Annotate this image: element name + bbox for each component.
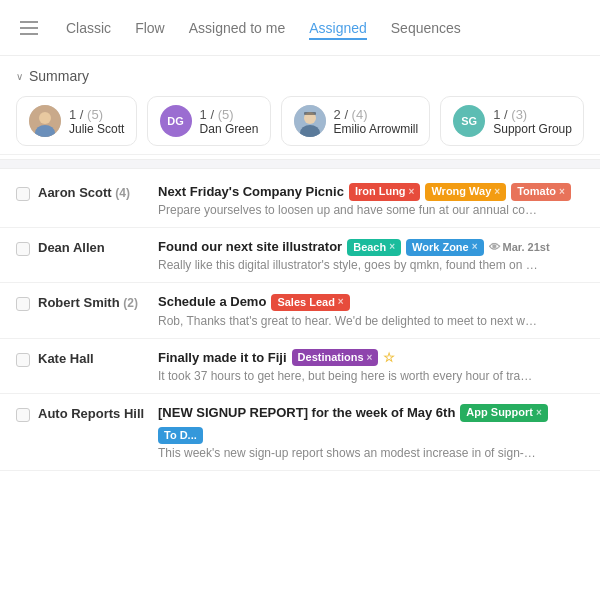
sender-name-kate: Kate Hall	[38, 351, 94, 366]
tag-iron-lung[interactable]: Iron Lung ×	[349, 183, 421, 200]
card-info-julie: 1 / (5) Julie Scott	[69, 107, 124, 136]
row-left-kate: Kate Hall	[16, 349, 146, 367]
sender-name-auto: Auto Reports Hill	[38, 406, 144, 421]
email-subject-robert: Schedule a Demo Sales Lead ×	[158, 293, 584, 311]
section-divider	[0, 159, 600, 169]
avatar-dan: DG	[160, 105, 192, 137]
summary-card-julie[interactable]: 1 / (5) Julie Scott	[16, 96, 137, 146]
chevron-down-icon: ∨	[16, 71, 23, 82]
email-row-dean[interactable]: Dean Allen Found our next site illustrat…	[0, 228, 600, 283]
avatar-julie	[29, 105, 61, 137]
card-info-support: 1 / (3) Support Group	[493, 107, 572, 136]
hamburger-icon[interactable]	[16, 17, 42, 39]
summary-section: ∨ Summary 1 / (5) Julie Scott DG	[0, 56, 600, 155]
summary-card-dan[interactable]: DG 1 / (5) Dan Green	[147, 96, 271, 146]
tag-app-support[interactable]: App Support ×	[460, 404, 547, 421]
card-info-emilio: 2 / (4) Emilio Arrowmill	[334, 107, 419, 136]
tag-wrong-way[interactable]: Wrong Way ×	[425, 183, 506, 200]
row-checkbox-robert[interactable]	[16, 297, 30, 311]
nav-item-assigned[interactable]: Assigned	[309, 16, 367, 40]
summary-header[interactable]: ∨ Summary	[16, 68, 584, 84]
tag-to-do[interactable]: To D...	[158, 427, 203, 444]
row-left-dean: Dean Allen	[16, 238, 146, 256]
nav-item-assigned-to-me[interactable]: Assigned to me	[189, 16, 286, 40]
sender-name-dean: Dean Allen	[38, 240, 105, 255]
nav-item-classic[interactable]: Classic	[66, 16, 111, 40]
email-subject-kate: Finally made it to Fiji Destinations × ☆	[158, 349, 584, 367]
row-checkbox-aaron[interactable]	[16, 187, 30, 201]
summary-card-support[interactable]: SG 1 / (3) Support Group	[440, 96, 584, 146]
summary-cards: 1 / (5) Julie Scott DG 1 / (5) Dan Green	[16, 96, 584, 146]
row-content-auto: [NEW SIGNUP REPORT] for the week of May …	[158, 404, 584, 461]
email-row-robert[interactable]: Robert Smith (2) Schedule a Demo Sales L…	[0, 283, 600, 338]
tag-work-zone[interactable]: Work Zone ×	[406, 239, 483, 256]
card-name-dan: Dan Green	[200, 122, 259, 136]
tag-tomato[interactable]: Tomato ×	[511, 183, 571, 200]
nav-item-flow[interactable]: Flow	[135, 16, 165, 40]
row-content-kate: Finally made it to Fiji Destinations × ☆…	[158, 349, 584, 383]
card-name-support: Support Group	[493, 122, 572, 136]
nav-item-sequences[interactable]: Sequences	[391, 16, 461, 40]
row-left-aaron: Aaron Scott (4)	[16, 183, 146, 201]
card-count-support: 1 / (3)	[493, 107, 572, 122]
card-count-dan: 1 / (5)	[200, 107, 259, 122]
row-content-aaron: Next Friday's Company Picnic Iron Lung ×…	[158, 183, 584, 217]
email-list: Aaron Scott (4) Next Friday's Company Pi…	[0, 173, 600, 573]
card-name-emilio: Emilio Arrowmill	[334, 122, 419, 136]
row-checkbox-dean[interactable]	[16, 242, 30, 256]
email-preview-dean: Really like this digital illustrator's s…	[158, 258, 538, 272]
tag-sales-lead[interactable]: Sales Lead ×	[271, 294, 349, 311]
row-checkbox-auto[interactable]	[16, 408, 30, 422]
email-row-aaron[interactable]: Aaron Scott (4) Next Friday's Company Pi…	[0, 173, 600, 228]
top-nav: Classic Flow Assigned to me Assigned Seq…	[0, 0, 600, 56]
card-name-julie: Julie Scott	[69, 122, 124, 136]
avatar-support: SG	[453, 105, 485, 137]
email-preview-kate: It took 37 hours to get here, but being …	[158, 369, 538, 383]
email-subject-aaron: Next Friday's Company Picnic Iron Lung ×…	[158, 183, 584, 201]
email-row-auto[interactable]: Auto Reports Hill [NEW SIGNUP REPORT] fo…	[0, 394, 600, 472]
row-content-dean: Found our next site illustrator Beach × …	[158, 238, 584, 272]
summary-card-emilio[interactable]: 2 / (4) Emilio Arrowmill	[281, 96, 431, 146]
summary-label: Summary	[29, 68, 89, 84]
date-badge-dean: 👁 Mar. 21st	[489, 240, 550, 255]
avatar-emilio	[294, 105, 326, 137]
row-left-robert: Robert Smith (2)	[16, 293, 146, 311]
email-subject-dean: Found our next site illustrator Beach × …	[158, 238, 584, 256]
email-row-kate[interactable]: Kate Hall Finally made it to Fiji Destin…	[0, 339, 600, 394]
tag-destinations[interactable]: Destinations ×	[292, 349, 379, 366]
svg-rect-6	[304, 112, 316, 115]
sender-name-aaron: Aaron Scott (4)	[38, 185, 130, 200]
star-icon[interactable]: ☆	[383, 349, 395, 367]
row-content-robert: Schedule a Demo Sales Lead × Rob, Thanks…	[158, 293, 584, 327]
eye-icon: 👁	[489, 240, 500, 255]
email-preview-aaron: Prepare yourselves to loosen up and have…	[158, 203, 538, 217]
email-preview-robert: Rob, Thanks that's great to hear. We'd b…	[158, 314, 538, 328]
svg-point-1	[39, 112, 51, 124]
card-info-dan: 1 / (5) Dan Green	[200, 107, 259, 136]
row-checkbox-kate[interactable]	[16, 353, 30, 367]
sender-name-robert: Robert Smith (2)	[38, 295, 138, 310]
tag-beach[interactable]: Beach ×	[347, 239, 401, 256]
card-count-emilio: 2 / (4)	[334, 107, 419, 122]
email-preview-auto: This week's new sign-up report shows an …	[158, 446, 538, 460]
email-subject-auto: [NEW SIGNUP REPORT] for the week of May …	[158, 404, 584, 445]
row-left-auto: Auto Reports Hill	[16, 404, 146, 422]
card-count-julie: 1 / (5)	[69, 107, 124, 122]
